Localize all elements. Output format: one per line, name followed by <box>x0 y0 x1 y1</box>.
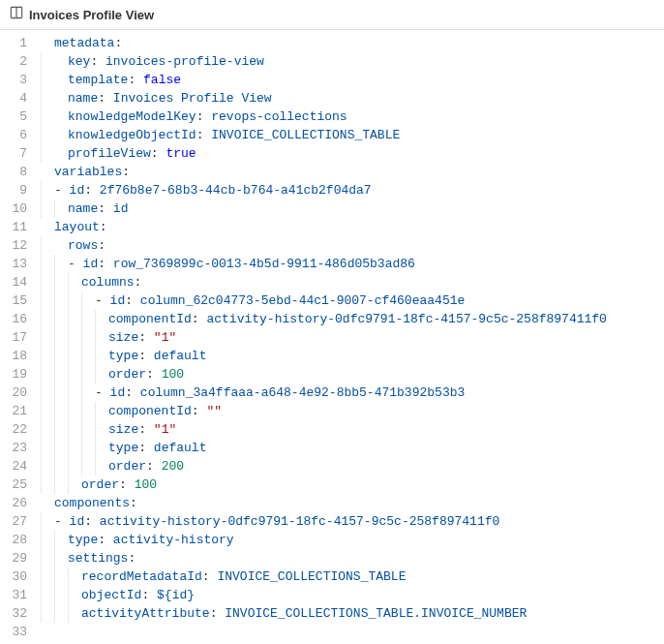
line-number: 26 <box>0 494 27 512</box>
code-line[interactable]: order: 100 <box>41 475 664 494</box>
line-number: 28 <box>0 531 27 549</box>
line-number: 3 <box>0 71 27 89</box>
code-line[interactable]: profileView: true <box>41 144 664 163</box>
code-line[interactable] <box>41 623 664 641</box>
code-line[interactable]: variables: <box>41 163 664 181</box>
line-number: 6 <box>0 126 27 144</box>
code-line[interactable]: - id: column_62c04773-5ebd-44c1-9007-cf4… <box>41 291 664 310</box>
line-number: 23 <box>0 439 27 457</box>
line-number: 2 <box>0 52 27 71</box>
code-line[interactable]: metadata: <box>41 34 664 52</box>
code-line[interactable]: order: 200 <box>41 457 664 475</box>
line-number: 22 <box>0 420 27 439</box>
code-line[interactable]: knowledgeModelKey: revops-collections <box>41 107 664 126</box>
layout-icon <box>10 6 23 23</box>
code-editor[interactable]: 1 2 3 4 5 6 7 8 9 10 11 12 13 14 15 16 1… <box>0 30 664 641</box>
line-number: 17 <box>0 328 27 347</box>
code-line[interactable]: columns: <box>41 273 664 291</box>
line-number: 14 <box>0 273 27 291</box>
line-number: 24 <box>0 457 27 475</box>
code-line[interactable]: recordMetadataId: INVOICE_COLLECTIONS_TA… <box>41 567 664 586</box>
line-number: 31 <box>0 586 27 604</box>
line-number: 1 <box>0 34 27 52</box>
code-line[interactable]: activityAttribute: INVOICE_COLLECTIONS_T… <box>41 604 664 623</box>
line-number: 16 <box>0 310 27 328</box>
code-line[interactable]: key: invoices-profile-view <box>41 52 664 71</box>
code-line[interactable]: layout: <box>41 218 664 236</box>
code-line[interactable]: rows: <box>41 236 664 255</box>
editor-header: Invoices Profile View <box>0 0 664 30</box>
line-number: 29 <box>0 549 27 567</box>
line-number: 19 <box>0 365 27 383</box>
editor-title: Invoices Profile View <box>29 8 154 22</box>
code-line[interactable]: - id: row_7369899c-0013-4b5d-9911-486d05… <box>41 255 664 273</box>
line-number-gutter: 1 2 3 4 5 6 7 8 9 10 11 12 13 14 15 16 1… <box>0 34 35 641</box>
code-line[interactable]: componentId: "" <box>41 402 664 420</box>
line-number: 15 <box>0 291 27 310</box>
line-number: 4 <box>0 89 27 107</box>
code-line[interactable]: size: "1" <box>41 328 664 347</box>
code-line[interactable]: knowledgeObjectId: INVOICE_COLLECTIONS_T… <box>41 126 664 144</box>
line-number: 27 <box>0 512 27 531</box>
code-content[interactable]: metadata: key: invoices-profile-view tem… <box>35 34 664 641</box>
code-line[interactable]: name: id <box>41 199 664 218</box>
code-line[interactable]: - id: activity-history-0dfc9791-18fc-415… <box>41 512 664 531</box>
line-number: 10 <box>0 199 27 218</box>
line-number: 20 <box>0 383 27 402</box>
line-number: 5 <box>0 107 27 126</box>
line-number: 11 <box>0 218 27 236</box>
line-number: 9 <box>0 181 27 199</box>
code-line[interactable]: type: default <box>41 439 664 457</box>
line-number: 13 <box>0 255 27 273</box>
line-number: 7 <box>0 144 27 163</box>
code-line[interactable]: components: <box>41 494 664 512</box>
code-line[interactable]: componentId: activity-history-0dfc9791-1… <box>41 310 664 328</box>
line-number: 12 <box>0 236 27 255</box>
line-number: 18 <box>0 347 27 365</box>
line-number: 21 <box>0 402 27 420</box>
line-number: 25 <box>0 475 27 494</box>
code-line[interactable]: name: Invoices Profile View <box>41 89 664 107</box>
line-number: 8 <box>0 163 27 181</box>
line-number: 32 <box>0 604 27 623</box>
code-line[interactable]: - id: 2f76b8e7-68b3-44cb-b764-a41cb2f04d… <box>41 181 664 199</box>
code-line[interactable]: settings: <box>41 549 664 567</box>
code-line[interactable]: template: false <box>41 71 664 89</box>
code-line[interactable]: objectId: ${id} <box>41 586 664 604</box>
code-line[interactable]: type: activity-history <box>41 531 664 549</box>
code-line[interactable]: type: default <box>41 347 664 365</box>
code-line[interactable]: - id: column_3a4ffaaa-a648-4e92-8bb5-471… <box>41 383 664 402</box>
code-line[interactable]: size: "1" <box>41 420 664 439</box>
code-line[interactable]: order: 100 <box>41 365 664 383</box>
line-number: 33 <box>0 623 27 641</box>
line-number: 30 <box>0 567 27 586</box>
